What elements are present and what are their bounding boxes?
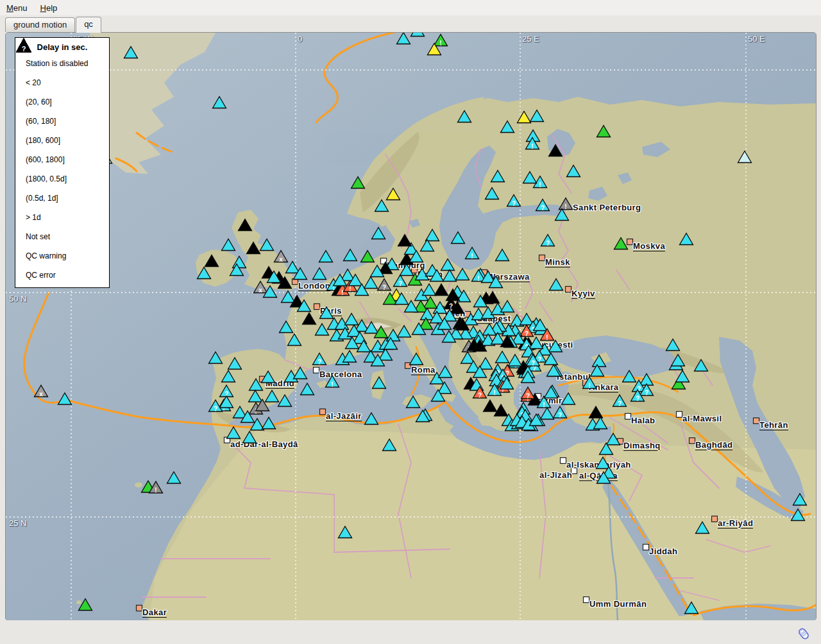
map-canvas[interactable]: 25 W025 E50 E50 N25 NLondonParisMadridBa…	[5, 32, 817, 621]
tab-qc[interactable]: qc	[76, 17, 101, 33]
station-marker[interactable]	[411, 33, 425, 37]
menu-item-menu[interactable]: Menu	[0, 1, 34, 15]
svg-text:?: ?	[22, 45, 26, 53]
status-bar	[0, 620, 821, 644]
tab-bar: ground motionqc	[5, 18, 102, 32]
menu-item-help[interactable]: Help	[34, 1, 64, 15]
tab-ground-motion[interactable]: ground motion	[5, 17, 75, 32]
legend-row: ?QC error	[15, 266, 109, 285]
network-status-icon	[797, 627, 811, 641]
menu-bar: MenuHelp	[0, 0, 821, 15]
legend-triangle-icon: ?	[15, 38, 817, 621]
delay-legend: Delay in sec. xStation is disabled< 20(2…	[15, 37, 110, 288]
